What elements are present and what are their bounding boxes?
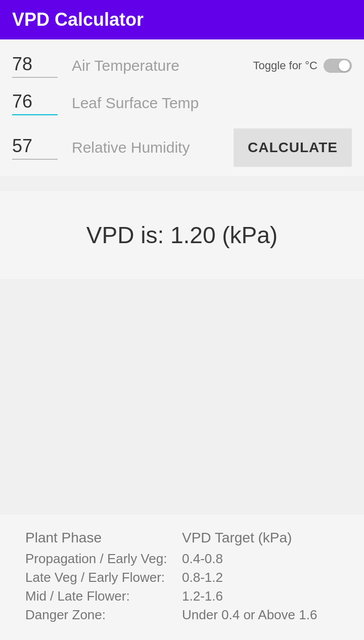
main-content: Air Temperature Toggle for °C Leaf Surfa… xyxy=(0,39,364,640)
app-title: VPD Calculator xyxy=(12,9,144,30)
ref-phase-2: Mid / Late Flower: xyxy=(25,588,182,604)
spacer xyxy=(0,279,364,471)
ref-target-1: 0.8-1.2 xyxy=(182,570,339,585)
leaf-temp-underline xyxy=(12,114,58,115)
ref-row-2: Mid / Late Flower: 1.2-1.6 xyxy=(25,588,339,604)
air-temp-row: Air Temperature Toggle for °C xyxy=(12,44,352,82)
leaf-temp-row: Leaf Surface Temp xyxy=(12,82,352,119)
ref-col1-header: Plant Phase xyxy=(25,530,182,546)
air-temp-input[interactable] xyxy=(12,54,58,77)
air-temp-label: Air Temperature xyxy=(72,57,253,74)
reference-table: Plant Phase VPD Target (kPa) Propagation… xyxy=(25,530,339,623)
ref-phase-3: Danger Zone: xyxy=(25,607,182,623)
ref-row-1: Late Veg / Early Flower: 0.8-1.2 xyxy=(25,570,339,585)
celsius-toggle[interactable] xyxy=(324,59,352,73)
result-section: VPD is: 1.20 (kPa) xyxy=(0,191,364,279)
ref-phase-0: Propagation / Early Veg: xyxy=(25,551,182,567)
ref-row-3: Danger Zone: Under 0.4 or Above 1.6 xyxy=(25,607,339,623)
calculate-button[interactable]: CALCULATE xyxy=(234,128,352,167)
humidity-label: Relative Humidity xyxy=(72,139,234,156)
toggle-label: Toggle for °C xyxy=(253,59,317,72)
humidity-input[interactable] xyxy=(12,135,58,159)
ref-target-3: Under 0.4 or Above 1.6 xyxy=(182,607,339,623)
ref-col2-header: VPD Target (kPa) xyxy=(182,530,339,546)
ref-phase-1: Late Veg / Early Flower: xyxy=(25,570,182,585)
ref-row-0: Propagation / Early Veg: 0.4-0.8 xyxy=(25,551,339,567)
humidity-field-wrapper xyxy=(12,135,63,160)
humidity-underline xyxy=(12,159,58,160)
ref-header-row: Plant Phase VPD Target (kPa) xyxy=(25,530,339,546)
toggle-slider xyxy=(324,59,352,73)
leaf-temp-field-wrapper xyxy=(12,91,63,115)
celsius-toggle-row: Toggle for °C xyxy=(253,59,352,73)
reference-section: Plant Phase VPD Target (kPa) Propagation… xyxy=(0,515,364,640)
leaf-temp-input[interactable] xyxy=(12,91,58,114)
air-temp-underline xyxy=(12,77,58,78)
input-section: Air Temperature Toggle for °C Leaf Surfa… xyxy=(0,39,364,176)
app-header: VPD Calculator xyxy=(0,0,364,39)
humidity-row: Relative Humidity CALCULATE xyxy=(12,119,352,171)
air-temp-field-wrapper xyxy=(12,54,63,78)
leaf-temp-label: Leaf Surface Temp xyxy=(72,95,352,112)
vpd-result: VPD is: 1.20 (kPa) xyxy=(86,221,278,249)
ref-target-0: 0.4-0.8 xyxy=(182,551,339,567)
ref-target-2: 1.2-1.6 xyxy=(182,588,339,604)
